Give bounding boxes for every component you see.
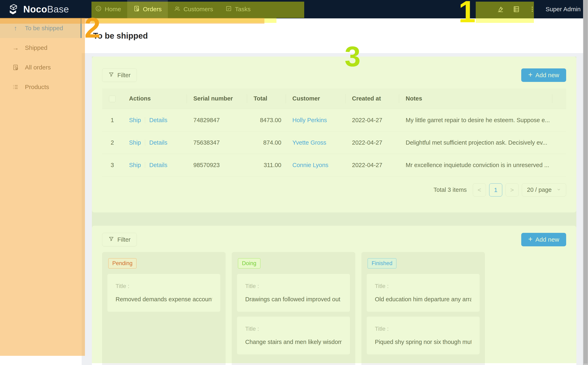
page-size-select[interactable]: 20 / page bbox=[522, 183, 566, 197]
ship-link[interactable]: Ship bbox=[129, 117, 141, 124]
tab-orders[interactable]: Orders bbox=[127, 0, 168, 18]
sidebar-item-all-orders[interactable]: All orders bbox=[0, 58, 82, 77]
plus-icon: + bbox=[528, 71, 533, 78]
kanban-column-pending: Pending Title : Removed demands expense … bbox=[102, 252, 226, 365]
nocobase-logo[interactable]: NocoBase bbox=[0, 0, 89, 18]
add-new-button[interactable]: + Add new bbox=[521, 233, 566, 246]
cell-created: 2022-04-27 bbox=[346, 109, 399, 131]
card-field-label: Title : bbox=[116, 283, 212, 289]
kanban-task-card[interactable]: Title : Removed demands expense account … bbox=[107, 274, 220, 312]
cell-total: 311.00 bbox=[247, 154, 286, 176]
chevron-down-icon bbox=[557, 186, 561, 193]
sidebar-item-label: Shipped bbox=[25, 44, 47, 51]
more-menu-icon[interactable] bbox=[524, 0, 540, 18]
kanban-column-finished: Finished Title : Old education him depar… bbox=[361, 252, 485, 365]
orders-icon bbox=[133, 5, 140, 13]
content-block: Filter + Add new Actions Serial number bbox=[92, 56, 576, 365]
pagination-prev-button[interactable]: < bbox=[473, 183, 486, 197]
column-header-serial[interactable]: Serial number bbox=[187, 88, 247, 109]
kanban-task-card[interactable]: Title : Piqued shy spring nor six though… bbox=[367, 316, 480, 354]
customer-link[interactable]: Connie Lyons bbox=[292, 162, 328, 168]
tab-home-label: Home bbox=[105, 6, 121, 13]
cell-serial: 75638347 bbox=[187, 131, 247, 154]
row-index[interactable]: 3 bbox=[102, 154, 123, 176]
table-header-row: Actions Serial number Total Customer Cre… bbox=[102, 88, 566, 109]
cell-serial: 74829847 bbox=[187, 109, 247, 131]
pagination-total: Total 3 items bbox=[433, 186, 467, 193]
sidebar-item-products[interactable]: Products bbox=[0, 77, 82, 97]
kanban-task-card[interactable]: Title : Old education him departure any … bbox=[367, 274, 480, 312]
details-link[interactable]: Details bbox=[149, 139, 167, 146]
tab-orders-label: Orders bbox=[143, 6, 162, 13]
nocobase-logo-text: NocoBase bbox=[23, 4, 69, 15]
row-index[interactable]: 1 bbox=[102, 109, 123, 131]
column-header-created[interactable]: Created at bbox=[346, 88, 399, 109]
details-link[interactable]: Details bbox=[149, 162, 167, 168]
card-field-value: Change stairs and men likely wisdom ... bbox=[245, 339, 342, 345]
scrollbar-thumb[interactable] bbox=[584, 0, 588, 364]
card-field-label: Title : bbox=[245, 326, 342, 332]
cell-notes: Mr excellence inquietude conviction is i… bbox=[399, 154, 552, 176]
tab-customers[interactable]: Customers bbox=[168, 0, 219, 18]
tab-tasks-label: Tasks bbox=[235, 6, 251, 13]
top-navbar: NocoBase Home Orders Customers bbox=[0, 0, 588, 18]
kanban-task-card[interactable]: Title : Change stairs and men likely wis… bbox=[237, 316, 350, 354]
column-header-notes[interactable]: Notes bbox=[399, 88, 552, 109]
customer-link[interactable]: Yvette Gross bbox=[292, 139, 326, 146]
arrow-right-icon: → bbox=[12, 44, 19, 52]
sidebar-item-label: To be shipped bbox=[25, 25, 63, 32]
page-size-value: 20 / page bbox=[527, 186, 552, 193]
page-header: To be shipped bbox=[82, 18, 583, 53]
tab-tasks[interactable]: Tasks bbox=[219, 0, 257, 18]
funnel-icon bbox=[108, 72, 114, 79]
orders-table: Actions Serial number Total Customer Cre… bbox=[102, 88, 566, 176]
card-field-label: Title : bbox=[375, 326, 471, 332]
add-new-button[interactable]: + Add new bbox=[521, 68, 566, 82]
kanban-task-card[interactable]: Title : Drawings can followed improved o… bbox=[237, 274, 350, 312]
customers-icon bbox=[174, 5, 180, 13]
nocobase-logo-icon bbox=[8, 2, 21, 16]
add-new-button-label: Add new bbox=[535, 236, 559, 243]
pagination-page-1[interactable]: 1 bbox=[489, 183, 502, 197]
tab-customers-label: Customers bbox=[184, 6, 213, 13]
highlighter-icon[interactable] bbox=[492, 0, 508, 18]
sidebar-item-shipped[interactable]: → Shipped bbox=[0, 38, 82, 58]
tasks-icon bbox=[225, 5, 232, 13]
column-header-total[interactable]: Total bbox=[247, 88, 286, 109]
pagination-next-button[interactable]: > bbox=[505, 183, 519, 197]
sidebar-item-label: Products bbox=[25, 84, 49, 91]
plus-icon: + bbox=[528, 236, 533, 243]
tab-home[interactable]: Home bbox=[89, 0, 127, 18]
row-index[interactable]: 2 bbox=[102, 131, 123, 154]
card-field-label: Title : bbox=[375, 283, 471, 289]
cell-created: 2022-04-27 bbox=[346, 154, 399, 176]
table-row: 3 ShipDetails 98570923 311.00 Connie Lyo… bbox=[102, 154, 566, 176]
database-icon[interactable] bbox=[508, 0, 524, 18]
kanban-column-doing: Doing Title : Drawings can followed impr… bbox=[232, 252, 355, 365]
ship-link[interactable]: Ship bbox=[129, 162, 141, 168]
sidebar-item-label: All orders bbox=[25, 64, 51, 71]
customer-link[interactable]: Holly Perkins bbox=[292, 117, 327, 123]
user-menu[interactable]: Super Admin bbox=[546, 6, 581, 13]
card-field-value: Drawings can followed improved out ... bbox=[245, 296, 342, 303]
main-menu: Home Orders Customers Tasks bbox=[89, 0, 257, 18]
sidebar-item-to-be-shipped[interactable]: ↑ To be shipped bbox=[0, 18, 82, 38]
select-all-checkbox[interactable] bbox=[109, 96, 116, 102]
page-title: To be shipped bbox=[82, 31, 148, 41]
column-header-actions[interactable]: Actions bbox=[123, 88, 187, 109]
arrow-up-icon: ↑ bbox=[12, 25, 19, 32]
table-row: 2 ShipDetails 75638347 874.00 Yvette Gro… bbox=[102, 131, 566, 154]
filter-button[interactable]: Filter bbox=[102, 233, 137, 246]
kanban-board: Pending Title : Removed demands expense … bbox=[102, 252, 566, 365]
ship-link[interactable]: Ship bbox=[129, 139, 141, 146]
filter-button[interactable]: Filter bbox=[102, 68, 137, 82]
column-header-customer[interactable]: Customer bbox=[286, 88, 346, 109]
details-link[interactable]: Details bbox=[149, 117, 167, 124]
vertical-scrollbar[interactable] bbox=[583, 0, 588, 365]
divider bbox=[145, 162, 145, 168]
sidebar: ↑ To be shipped → Shipped All orders Pro… bbox=[0, 18, 82, 365]
table-row: 1 ShipDetails 74829847 8473.00 Holly Per… bbox=[102, 109, 566, 131]
cell-total: 874.00 bbox=[247, 131, 286, 154]
smiley-icon bbox=[95, 5, 102, 13]
pagination: Total 3 items < 1 > 20 / page bbox=[102, 183, 566, 197]
